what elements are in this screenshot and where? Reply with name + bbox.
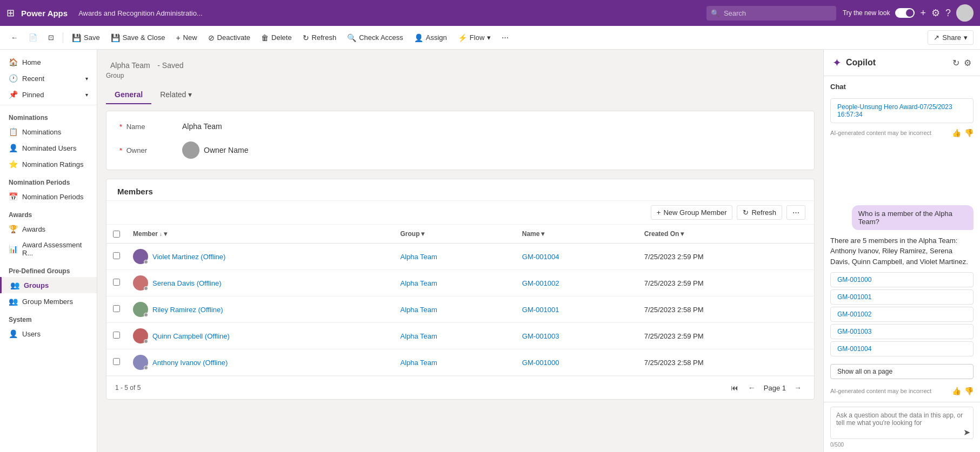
thumbs-down-button-1[interactable]: 👎: [964, 129, 974, 137]
delete-button[interactable]: 🗑 Delete: [257, 31, 296, 45]
deactivate-button[interactable]: ⊘ Deactivate: [204, 31, 255, 45]
sidebar-item-nominated-users[interactable]: 👤 Nominated Users: [0, 140, 97, 156]
member-cell: Anthony Ivanov (Offline): [126, 349, 394, 376]
save-close-icon: 💾: [111, 33, 120, 42]
next-page-button[interactable]: →: [790, 382, 805, 394]
sidebar-item-award-assessment[interactable]: 📊 Award Assessment R...: [0, 237, 97, 261]
members-refresh-button[interactable]: ↻ Refresh: [737, 205, 782, 220]
sidebar-item-nominations[interactable]: 📋 Nominations: [0, 124, 97, 140]
members-more-button[interactable]: ⋯: [786, 205, 805, 220]
open-button[interactable]: ⊡: [44, 31, 58, 44]
thumbs-down-button-2[interactable]: 👎: [964, 387, 974, 395]
name-link[interactable]: GM-001002: [522, 279, 559, 287]
row-checkbox[interactable]: [113, 305, 120, 312]
flow-button[interactable]: ⚡ Flow ▾: [454, 31, 495, 45]
assign-button[interactable]: 👤 Assign: [410, 31, 451, 45]
name-link[interactable]: GM-001004: [522, 253, 559, 261]
row-checkbox[interactable]: [113, 279, 120, 286]
tab-general[interactable]: General: [106, 86, 151, 104]
row-checkbox[interactable]: [113, 252, 120, 259]
grid-icon[interactable]: ⊞: [6, 7, 15, 19]
new-group-member-button[interactable]: + New Group Member: [651, 205, 733, 220]
tab-related-label: Related: [160, 90, 186, 99]
gm-chip[interactable]: GM-001004: [830, 341, 974, 356]
sidebar-item-groups[interactable]: 👥 Groups: [0, 277, 97, 293]
users-icon: 👤: [9, 329, 18, 338]
row-checkbox[interactable]: [113, 332, 120, 339]
col-member[interactable]: Member ↓ ▾: [126, 225, 394, 244]
group-link[interactable]: Alpha Team: [400, 306, 437, 314]
member-name-link[interactable]: Serena Davis (Offline): [152, 279, 222, 287]
check-access-button[interactable]: 🔍 Check Access: [343, 31, 408, 45]
new-button[interactable]: + New: [171, 31, 201, 45]
sidebar-item-pinned[interactable]: 📌 Pinned ▾: [0, 86, 97, 103]
thumbs-up-button-1[interactable]: 👍: [952, 129, 961, 137]
copilot-header: ✦ Copilot ↻ ⚙: [824, 50, 980, 76]
copilot-body: Chat People-Unsung Hero Award-07/25/2023…: [824, 76, 980, 402]
col-name[interactable]: Name ▾: [516, 225, 638, 244]
try-new-toggle[interactable]: [895, 8, 915, 18]
back-button[interactable]: ←: [6, 31, 22, 44]
search-input[interactable]: [706, 6, 836, 21]
settings-icon[interactable]: ⚙: [931, 7, 940, 19]
col-member-label: Member: [133, 230, 158, 238]
gm-chip[interactable]: GM-001002: [830, 307, 974, 322]
sidebar-item-group-members[interactable]: 👥 Group Members: [0, 293, 97, 309]
table-row: Anthony Ivanov (Offline) Alpha Team GM-0…: [106, 349, 814, 376]
copilot-send-button[interactable]: ➤: [963, 427, 970, 437]
copilot-input[interactable]: [830, 407, 974, 439]
copilot-refresh-button[interactable]: ↻: [952, 58, 959, 68]
name-link[interactable]: GM-001003: [522, 332, 559, 340]
share-button[interactable]: ↗ Share ▾: [928, 30, 974, 45]
sidebar-item-home[interactable]: 🏠 Home: [0, 54, 97, 70]
first-page-button[interactable]: ⏮: [727, 382, 742, 394]
name-link[interactable]: GM-001001: [522, 306, 559, 314]
add-icon[interactable]: +: [920, 8, 926, 19]
member-name-link[interactable]: Violet Martinez (Offline): [152, 253, 225, 261]
thumbs-up-button-2[interactable]: 👍: [952, 387, 961, 395]
member-name-link[interactable]: Riley Ramirez (Offline): [152, 306, 223, 314]
sidebar-item-users[interactable]: 👤 Users: [0, 326, 97, 342]
sidebar-item-nomination-ratings[interactable]: ⭐ Nomination Ratings: [0, 156, 97, 172]
awards-label: Awards: [22, 225, 45, 233]
show-all-chip[interactable]: Show all on a page: [830, 364, 974, 379]
gm-chip[interactable]: GM-001000: [830, 272, 974, 287]
members-table: Member ↓ ▾ Group ▾: [106, 225, 814, 376]
sidebar-item-awards[interactable]: 🏆 Awards: [0, 221, 97, 237]
group-link[interactable]: Alpha Team: [400, 332, 437, 340]
tab-related[interactable]: Related ▾: [151, 86, 201, 104]
gm-chip[interactable]: GM-001003: [830, 324, 974, 339]
user-avatar[interactable]: [956, 4, 974, 22]
help-icon[interactable]: ?: [945, 8, 951, 19]
name-cell: GM-001002: [516, 270, 638, 296]
gm-chip[interactable]: GM-001001: [830, 289, 974, 305]
sidebar-item-recent[interactable]: 🕐 Recent ▾: [0, 70, 97, 86]
member-avatar: [133, 328, 148, 343]
select-all-checkbox[interactable]: [113, 231, 120, 238]
sidebar-pinned-label: Pinned: [22, 91, 44, 99]
col-group[interactable]: Group ▾: [394, 225, 515, 244]
name-link[interactable]: GM-001000: [522, 359, 559, 367]
copilot-title: Copilot: [846, 58, 876, 68]
member-avatar: [133, 302, 148, 317]
member-name-link[interactable]: Quinn Campbell (Offline): [152, 332, 230, 340]
page-button[interactable]: 📄: [24, 31, 42, 44]
prev-page-button[interactable]: ←: [744, 382, 759, 394]
group-link[interactable]: Alpha Team: [400, 279, 437, 287]
more-button[interactable]: ⋯: [497, 31, 513, 44]
table-row: Quinn Campbell (Offline) Alpha Team GM-0…: [106, 323, 814, 349]
chat-label: Chat: [830, 83, 974, 91]
copilot-settings-button[interactable]: ⚙: [964, 58, 971, 68]
sidebar-item-nomination-periods[interactable]: 📅 Nomination Periods: [0, 188, 97, 205]
chat-history-item[interactable]: People-Unsung Hero Award-07/25/2023 16:5…: [830, 98, 974, 123]
member-name-link[interactable]: Anthony Ivanov (Offline): [152, 359, 228, 367]
group-link[interactable]: Alpha Team: [400, 359, 437, 367]
refresh-button[interactable]: ↻ Refresh: [298, 31, 341, 45]
group-link[interactable]: Alpha Team: [400, 253, 437, 261]
col-created-on[interactable]: Created On ▾: [638, 225, 814, 244]
row-checkbox[interactable]: [113, 358, 120, 365]
assign-label: Assign: [426, 33, 447, 42]
save-close-button[interactable]: 💾 Save & Close: [106, 31, 170, 45]
new-member-label: New Group Member: [663, 208, 726, 217]
save-button[interactable]: 💾 Save: [68, 31, 104, 45]
